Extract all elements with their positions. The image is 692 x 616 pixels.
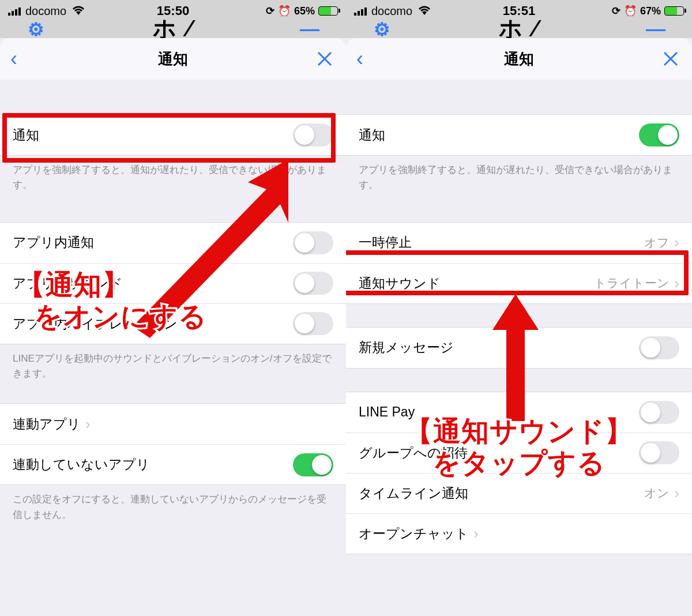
row-label: アプリ内バイブレーション: [13, 315, 178, 333]
toggle-inapp-vib[interactable]: [293, 312, 333, 335]
page-title: 通知: [158, 49, 188, 69]
phone-left: docomo 15:50 ⟳ ⏰ 65% ⚙ ホ ⁄ — ‹ 通知 通知: [0, 0, 346, 616]
battery-icon: [318, 6, 338, 16]
back-button[interactable]: ‹: [10, 47, 17, 71]
phone-right: docomo 15:51 ⟳ ⏰ 67% ⚙ ホ ⁄ — ‹ 通知 通知: [346, 0, 692, 616]
chevron-right-icon: ›: [473, 525, 479, 543]
close-button[interactable]: [316, 50, 333, 67]
row-value: オン: [644, 485, 670, 501]
row-group-invite[interactable]: グループへの招待: [346, 433, 692, 473]
row-pause[interactable]: 一時停止 オフ ›: [346, 223, 692, 263]
row-new-message[interactable]: 新規メッセージ: [346, 328, 692, 368]
carrier-label: docomo: [25, 5, 66, 18]
row-label: タイムライン通知: [359, 484, 468, 502]
row-notification[interactable]: 通知: [346, 115, 692, 155]
sheet-header: ‹ 通知: [346, 38, 692, 80]
toggle-notification[interactable]: [293, 123, 333, 147]
footnote-notification: アプリを強制終了すると、通知が遅れたり、受信できない場合があります。: [346, 156, 692, 193]
rotation-lock-icon: ⟳: [612, 5, 620, 17]
row-value: トライトーン: [594, 275, 670, 291]
alarm-icon: ⏰: [278, 5, 291, 17]
close-button[interactable]: [662, 50, 679, 67]
row-unlinked-apps[interactable]: 連動していないアプリ: [0, 444, 346, 484]
row-label: 新規メッセージ: [359, 339, 454, 356]
row-label: アプリ内通知: [13, 234, 94, 251]
row-label: 一時停止: [359, 234, 412, 251]
back-button[interactable]: ‹: [356, 47, 363, 71]
battery-icon: [664, 6, 684, 16]
chevron-right-icon: ›: [674, 484, 679, 502]
footnote-inapp: LINEアプリを起動中のサウンドとバイブレーションのオン/オフを設定できます。: [0, 344, 346, 382]
signal-bars-icon: [8, 6, 21, 16]
toggle-unlinked-apps[interactable]: [293, 453, 333, 476]
row-label: グループへの招待: [359, 444, 468, 462]
gear-icon: ⚙: [374, 18, 390, 40]
row-notification[interactable]: 通知: [0, 115, 346, 155]
chevron-right-icon: ›: [674, 234, 679, 251]
row-timeline[interactable]: タイムライン通知 オン ›: [346, 473, 692, 513]
add-icon: —: [646, 17, 665, 40]
carrier-label: docomo: [371, 5, 412, 18]
alarm-icon: ⏰: [624, 5, 637, 17]
toggle-notification[interactable]: [639, 123, 679, 147]
footnote-notification: アプリを強制終了すると、通知が遅れたり、受信できない場合があります。: [0, 156, 346, 193]
row-inapp-notif[interactable]: アプリ内通知: [0, 223, 346, 263]
sheet-header: ‹ 通知: [0, 38, 346, 80]
toggle-group-invite[interactable]: [639, 441, 679, 464]
background-app-header: ⚙ ホ ⁄ —: [0, 22, 346, 38]
row-inapp-vib[interactable]: アプリ内バイブレーション: [0, 303, 346, 344]
row-value: オフ: [644, 235, 670, 251]
row-line-pay[interactable]: LINE Pay: [346, 392, 692, 433]
settings-sheet: ‹ 通知 通知 アプリを強制終了すると、通知が遅れたり、受信できない場合がありま…: [0, 38, 346, 616]
gear-icon: ⚙: [28, 18, 44, 40]
chevron-right-icon: ›: [85, 415, 91, 433]
wifi-icon: [72, 5, 85, 18]
row-openchat[interactable]: オープンチャット ›: [346, 513, 692, 554]
row-label: LINE Pay: [359, 404, 415, 420]
rotation-lock-icon: ⟳: [266, 5, 274, 17]
row-label: 連動アプリ: [13, 415, 81, 433]
wifi-icon: [418, 5, 431, 18]
row-label: 通知: [13, 126, 39, 144]
page-title: 通知: [504, 49, 534, 69]
row-label: 通知: [359, 126, 385, 144]
toggle-new-message[interactable]: [639, 336, 679, 359]
row-label: アプリ内サウンド: [13, 275, 123, 292]
battery-pct: 65%: [294, 5, 315, 17]
footnote-unlinked: この設定をオフにすると、連動していないアプリからのメッセージを受信しません。: [0, 485, 346, 523]
row-sound[interactable]: 通知サウンド トライトーン ›: [346, 263, 692, 303]
signal-bars-icon: [354, 6, 367, 16]
add-icon: —: [300, 17, 319, 40]
row-linked-apps[interactable]: 連動アプリ ›: [0, 404, 346, 444]
background-app-header: ⚙ ホ ⁄ —: [346, 22, 692, 38]
toggle-line-pay[interactable]: [639, 401, 679, 424]
chevron-right-icon: ›: [674, 275, 679, 292]
row-label: 連動していないアプリ: [13, 456, 150, 474]
row-label: オープンチャット: [359, 525, 469, 543]
toggle-inapp-sound[interactable]: [293, 272, 333, 295]
toggle-inapp-notif[interactable]: [293, 231, 333, 254]
battery-pct: 67%: [640, 5, 661, 17]
settings-sheet: ‹ 通知 通知 アプリを強制終了すると、通知が遅れたり、受信できない場合がありま…: [346, 38, 692, 616]
row-inapp-sound[interactable]: アプリ内サウンド: [0, 263, 346, 303]
row-label: 通知サウンド: [359, 275, 441, 292]
